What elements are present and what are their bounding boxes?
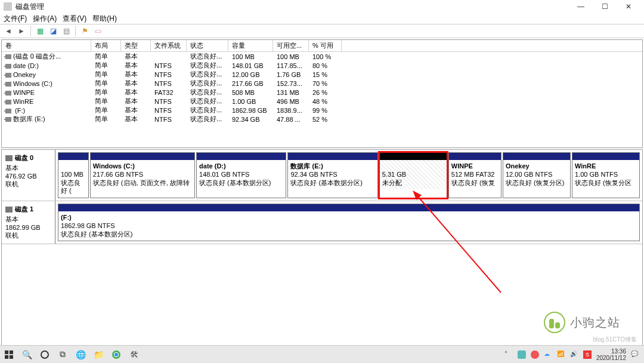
taskview-icon[interactable]: ⧉ [54,346,72,364]
watermark-icon [544,312,565,333]
window-title: 磁盘管理 [16,2,569,12]
disk-type: 基本 [5,215,51,224]
volume-row[interactable]: 数据库 (E:)简单基本NTFS状态良好...92.34 GB47.88 ...… [2,115,642,124]
tray-qq-icon[interactable] [518,350,526,359]
col-type[interactable]: 类型 [121,40,151,51]
partition-size: 1.00 GB NTFS [575,171,637,179]
cell-layout: 简单 [91,61,121,70]
partition-stripe [572,153,639,160]
tool-extra-icon[interactable]: ▭ [92,25,104,37]
cell-cap: 12.00 GB [228,71,273,78]
partition-title: WINPE [451,162,499,171]
cell-type: 基本 [121,88,151,97]
cell-free: 117.85... [273,62,309,69]
tray-cloud-icon[interactable]: ☁ [544,350,552,359]
tool-help-icon[interactable]: ⚑ [79,25,91,37]
partition[interactable]: 5.31 GB未分配 [379,152,447,198]
tray-wifi-icon[interactable]: 📶 [557,350,565,359]
chrome-icon[interactable] [107,346,125,364]
cell-name: (磁盘 0 磁盘分... [2,52,91,61]
disk-info[interactable]: 磁盘 1基本1862.99 GB联机 [2,201,55,244]
maximize-button[interactable]: ☐ [593,0,617,13]
col-layout[interactable]: 布局 [91,40,121,51]
tool-grid-icon[interactable]: ▦ [34,25,46,37]
col-status[interactable]: 状态 [187,40,228,51]
edge-icon[interactable]: 🌐 [72,346,89,364]
volume-row[interactable]: Onekey简单基本NTFS状态良好...12.00 GB1.76 GB15 % [2,70,642,79]
partition[interactable]: WINPE512 MB FAT32状态良好 (恢复 [448,152,501,198]
menu-action[interactable]: 操作(A) [33,14,57,24]
cell-cap: 1862.98 GB [228,107,273,114]
cell-cap: 217.66 GB [228,80,273,87]
partition-status: 状态良好 (基本数据分区) [61,230,637,239]
watermark-text: 小驹之站 [570,315,620,331]
cell-layout: 简单 [91,115,121,124]
cell-layout: 简单 [91,106,121,115]
partition-size: 512 MB FAT32 [451,171,499,179]
tray-date[interactable]: 2020/11/12 [596,355,626,361]
close-button[interactable]: ✕ [617,0,640,13]
tray-notification-icon[interactable]: 💬 [631,350,639,359]
cell-cap: 100 MB [228,53,273,60]
window-titlebar: 磁盘管理 — ☐ ✕ [0,0,644,13]
menu-file[interactable]: 文件(F) [4,14,27,24]
cell-free: 1.76 GB [273,71,309,78]
partition[interactable]: (F:)1862.98 GB NTFS状态良好 (基本数据分区) [58,204,640,241]
volume-row[interactable]: (F:)简单基本NTFS状态良好...1862.98 GB1838.9...99… [2,106,642,115]
system-tray: ˄ ☁ 📶 🔊 S 13:36 2020/11/12 💬 [500,348,644,361]
cell-cap: 148.01 GB [228,62,273,69]
cell-pct: 80 % [309,62,342,69]
volume-icon [5,54,11,59]
partition[interactable]: Onekey12.00 GB NTFS状态良好 (恢复分区) [503,152,571,198]
partition-status: 状态良好 (启动, 页面文件, 故障转 [93,179,192,187]
app-task-icon[interactable]: 🛠 [125,346,143,364]
cell-name: date (D:) [2,62,91,69]
partition[interactable]: 数据库 (E:)92.34 GB NTFS状态良好 (基本数据分区) [287,152,377,198]
volume-icon [5,117,11,122]
tool-refresh-icon[interactable]: ◪ [47,25,59,37]
volume-row[interactable]: WinRE简单基本NTFS状态良好...1.00 GB496 MB48 % [2,97,642,106]
disk-info[interactable]: 磁盘 0基本476.92 GB联机 [2,150,55,201]
back-button[interactable]: ◄ [2,25,14,37]
cell-fs: NTFS [151,62,187,69]
col-capacity[interactable]: 容量 [228,40,273,51]
volume-row[interactable]: (磁盘 0 磁盘分...简单基本状态良好...100 MB100 MB100 % [2,52,642,61]
cell-name: Onekey [2,71,91,78]
tray-up-icon[interactable]: ˄ [504,350,513,359]
partition[interactable]: WinRE1.00 GB NTFS状态良好 (恢复分区 [572,152,640,198]
col-volume[interactable]: 卷 [2,40,91,51]
svg-rect-1 [5,350,8,354]
col-pctfree[interactable]: % 可用 [309,40,342,51]
search-icon[interactable]: 🔍 [18,346,36,364]
tool-prop-icon[interactable]: ▤ [60,25,72,37]
menu-help[interactable]: 帮助(H) [92,14,117,24]
tray-sogou-icon[interactable] [531,350,539,359]
volume-row[interactable]: date (D:)简单基本NTFS状态良好...148.01 GB117.85.… [2,61,642,70]
volume-row[interactable]: Windows (C:)简单基本NTFS状态良好...217.66 GB152.… [2,79,642,88]
tray-time[interactable]: 13:36 [596,348,626,355]
forward-button[interactable]: ► [16,25,27,37]
minimize-button[interactable]: — [569,0,593,13]
partition-stripe [503,153,570,160]
partition-status: 未分配 [382,179,444,187]
partition[interactable]: 100 MB状态良好 ( [58,152,89,198]
tray-ime-icon[interactable]: S [583,350,592,359]
partition-title: Onekey [506,162,568,171]
cell-pct: 52 % [309,116,342,123]
menu-view[interactable]: 查看(V) [63,14,86,24]
cortana-icon[interactable] [36,346,54,364]
partition[interactable]: Windows (C:)217.66 GB NTFS状态良好 (启动, 页面文件… [90,152,195,198]
partition-size: 5.31 GB [382,171,444,179]
cell-free: 152.73... [273,80,309,87]
col-fs[interactable]: 文件系统 [151,40,187,51]
disk-icon [5,207,13,213]
start-button[interactable] [0,346,18,364]
partition[interactable]: date (D:)148.01 GB NTFS状态良好 (基本数据分区) [196,152,286,198]
volume-row[interactable]: WINPE简单基本FAT32状态良好...508 MB131 MB26 % [2,88,642,97]
cell-cap: 508 MB [228,89,273,96]
cell-name: WINPE [2,89,91,96]
disk-row: 磁盘 0基本476.92 GB联机 100 MB状态良好 (Windows (C… [2,150,642,201]
col-free[interactable]: 可用空... [273,40,309,51]
tray-sound-icon[interactable]: 🔊 [570,350,578,359]
explorer-icon[interactable]: 📁 [89,346,107,364]
